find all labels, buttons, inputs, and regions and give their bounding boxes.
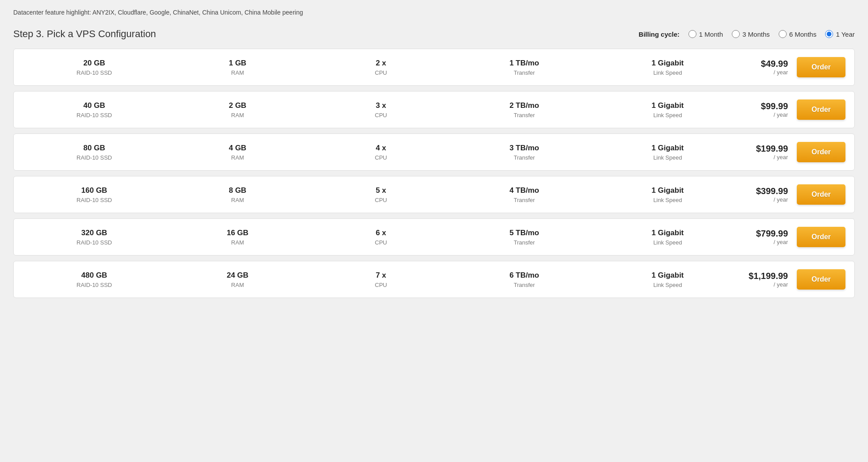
spec-link-value: 1 Gigabit — [596, 228, 739, 238]
price-period: / year — [739, 154, 788, 160]
spec-link: 1 Gigabit Link Speed — [596, 271, 739, 288]
spec-transfer-label: Transfer — [453, 154, 596, 161]
order-button[interactable]: Order — [797, 99, 845, 120]
spec-cpu-value: 4 x — [309, 143, 452, 153]
spec-cpu: 6 x CPU — [309, 228, 452, 245]
price-value: $199.99 — [756, 144, 788, 153]
billing-radio-6months[interactable] — [779, 30, 787, 38]
order-button[interactable]: Order — [797, 184, 845, 205]
spec-link-label: Link Speed — [596, 154, 739, 161]
price-section: $399.99 / year — [739, 186, 788, 203]
spec-cpu: 2 x CPU — [309, 58, 452, 76]
spec-ram: 16 GB RAM — [166, 228, 309, 245]
spec-storage-label: RAID-10 SSD — [23, 154, 166, 161]
spec-link: 1 Gigabit Link Speed — [596, 143, 739, 160]
billing-cycle-label: Billing cycle: — [639, 31, 680, 38]
plan-specs: 40 GB RAID-10 SSD 2 GB RAM 3 x CPU 2 TB/… — [23, 101, 739, 118]
spec-storage: 40 GB RAID-10 SSD — [23, 101, 166, 118]
billing-option-1month[interactable]: 1 Month — [688, 30, 723, 38]
spec-ram-value: 1 GB — [166, 58, 309, 68]
price-period: / year — [739, 281, 788, 288]
spec-transfer-value: 2 TB/mo — [453, 101, 596, 111]
spec-link-value: 1 Gigabit — [596, 186, 739, 195]
plan-card: 480 GB RAID-10 SSD 24 GB RAM 7 x CPU 6 T… — [13, 261, 855, 298]
billing-option-6months-label: 6 Months — [789, 31, 817, 38]
order-button[interactable]: Order — [797, 227, 845, 247]
spec-transfer-value: 4 TB/mo — [453, 186, 596, 195]
spec-link: 1 Gigabit Link Speed — [596, 228, 739, 245]
spec-ram-value: 8 GB — [166, 186, 309, 195]
spec-transfer: 3 TB/mo Transfer — [453, 143, 596, 160]
billing-option-1month-label: 1 Month — [699, 31, 723, 38]
spec-cpu-value: 2 x — [309, 58, 452, 68]
billing-cycle-section: Billing cycle: 1 Month 3 Months 6 Months… — [639, 30, 855, 38]
spec-link-value: 1 Gigabit — [596, 143, 739, 153]
spec-storage-label: RAID-10 SSD — [23, 282, 166, 288]
price-value: $1,199.99 — [749, 271, 788, 281]
spec-transfer-value: 6 TB/mo — [453, 271, 596, 280]
billing-radio-1year[interactable] — [825, 30, 833, 38]
billing-option-3months[interactable]: 3 Months — [732, 30, 770, 38]
spec-ram-value: 16 GB — [166, 228, 309, 238]
price-period: / year — [739, 69, 788, 76]
spec-link-value: 1 Gigabit — [596, 101, 739, 111]
spec-cpu-value: 3 x — [309, 101, 452, 111]
order-button[interactable]: Order — [797, 57, 845, 77]
spec-storage: 320 GB RAID-10 SSD — [23, 228, 166, 245]
price-section: $49.99 / year — [739, 59, 788, 76]
spec-storage-value: 480 GB — [23, 271, 166, 280]
spec-cpu-value: 5 x — [309, 186, 452, 195]
spec-cpu-value: 6 x — [309, 228, 452, 238]
spec-ram: 8 GB RAM — [166, 186, 309, 203]
spec-storage-value: 40 GB — [23, 101, 166, 111]
plan-card: 80 GB RAID-10 SSD 4 GB RAM 4 x CPU 3 TB/… — [13, 134, 855, 171]
spec-ram: 24 GB RAM — [166, 271, 309, 288]
billing-option-1year[interactable]: 1 Year — [825, 30, 855, 38]
spec-cpu-label: CPU — [309, 239, 452, 246]
billing-option-6months[interactable]: 6 Months — [779, 30, 817, 38]
price-section: $199.99 / year — [739, 144, 788, 160]
spec-transfer-label: Transfer — [453, 239, 596, 246]
billing-option-3months-label: 3 Months — [742, 31, 770, 38]
spec-transfer: 4 TB/mo Transfer — [453, 186, 596, 203]
spec-transfer-label: Transfer — [453, 69, 596, 76]
billing-option-1year-label: 1 Year — [836, 31, 855, 38]
spec-ram: 1 GB RAM — [166, 58, 309, 76]
spec-cpu-label: CPU — [309, 112, 452, 118]
spec-ram-value: 4 GB — [166, 143, 309, 153]
spec-storage-label: RAID-10 SSD — [23, 69, 166, 76]
spec-storage-value: 320 GB — [23, 228, 166, 238]
spec-transfer-value: 3 TB/mo — [453, 143, 596, 153]
billing-radio-3months[interactable] — [732, 30, 740, 38]
spec-ram-label: RAM — [166, 154, 309, 161]
spec-cpu-label: CPU — [309, 154, 452, 161]
billing-radio-1month[interactable] — [688, 30, 696, 38]
spec-storage: 20 GB RAID-10 SSD — [23, 58, 166, 76]
spec-link: 1 Gigabit Link Speed — [596, 186, 739, 203]
spec-cpu: 5 x CPU — [309, 186, 452, 203]
plan-card: 40 GB RAID-10 SSD 2 GB RAM 3 x CPU 2 TB/… — [13, 91, 855, 128]
spec-transfer-label: Transfer — [453, 112, 596, 118]
plan-specs: 320 GB RAID-10 SSD 16 GB RAM 6 x CPU 5 T… — [23, 228, 739, 245]
spec-storage-label: RAID-10 SSD — [23, 112, 166, 118]
order-button[interactable]: Order — [797, 142, 845, 162]
spec-ram-value: 24 GB — [166, 271, 309, 280]
spec-transfer-value: 1 TB/mo — [453, 58, 596, 68]
plan-card: 20 GB RAID-10 SSD 1 GB RAM 2 x CPU 1 TB/… — [13, 49, 855, 86]
price-period: / year — [739, 196, 788, 203]
order-button[interactable]: Order — [797, 269, 845, 290]
price-section: $99.99 / year — [739, 101, 788, 118]
spec-ram: 2 GB RAM — [166, 101, 309, 118]
plans-list: 20 GB RAID-10 SSD 1 GB RAM 2 x CPU 1 TB/… — [13, 49, 855, 298]
spec-storage-value: 160 GB — [23, 186, 166, 195]
spec-link: 1 Gigabit Link Speed — [596, 58, 739, 76]
price-period: / year — [739, 239, 788, 245]
spec-ram-value: 2 GB — [166, 101, 309, 111]
spec-cpu-label: CPU — [309, 197, 452, 203]
spec-cpu: 4 x CPU — [309, 143, 452, 160]
spec-transfer: 5 TB/mo Transfer — [453, 228, 596, 245]
plan-specs: 80 GB RAID-10 SSD 4 GB RAM 4 x CPU 3 TB/… — [23, 143, 739, 160]
spec-ram-label: RAM — [166, 197, 309, 203]
spec-ram-label: RAM — [166, 239, 309, 246]
plan-card: 320 GB RAID-10 SSD 16 GB RAM 6 x CPU 5 T… — [13, 218, 855, 256]
